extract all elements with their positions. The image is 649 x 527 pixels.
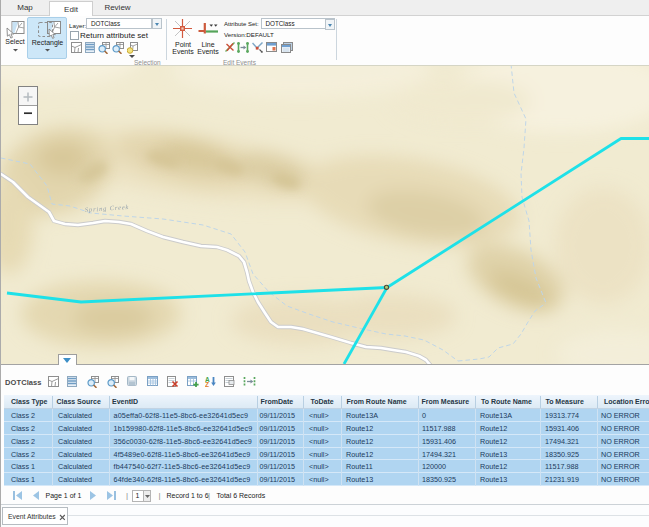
svg-text:Z: Z xyxy=(205,381,209,387)
